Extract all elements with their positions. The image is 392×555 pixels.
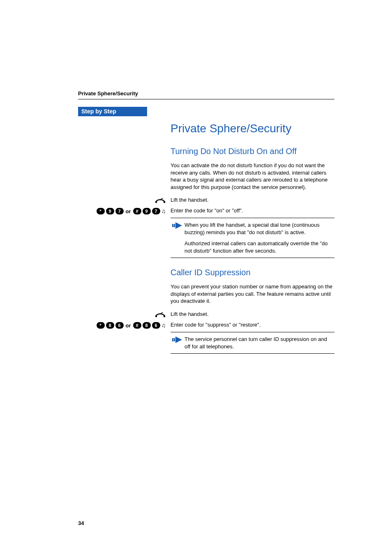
step-icon-cell: [78, 311, 171, 319]
step-row: * 8 6 or # 8 6 ♫ Enter code for "suppres…: [171, 321, 334, 329]
note-text-column: The service personnel can turn caller ID…: [184, 336, 333, 350]
page: Private Sphere/Security Step by Step Pri…: [0, 0, 392, 555]
key-digit: 7: [152, 208, 160, 214]
key-star: *: [97, 322, 105, 329]
page-title: Private Sphere/Security: [171, 122, 334, 135]
step-code-cell: * 8 6 or # 8 6 ♫: [78, 321, 171, 329]
step-text: Lift the handset.: [171, 311, 334, 318]
svg-rect-9: [172, 338, 173, 341]
key-digit: 7: [115, 208, 124, 214]
step-icon-cell: [78, 196, 171, 205]
running-header: Private Sphere/Security: [78, 90, 334, 97]
or-label: or: [125, 208, 132, 214]
note-text: When you lift the handset, a special dia…: [184, 221, 333, 236]
svg-rect-4: [174, 224, 175, 227]
note-arrow-icon: [172, 221, 184, 230]
svg-point-6: [155, 315, 157, 317]
key-digit: 6: [115, 322, 124, 329]
svg-point-1: [164, 201, 165, 203]
note-text: The service personnel can turn caller ID…: [184, 336, 333, 350]
note-arrow-icon: [172, 336, 184, 345]
key-digit: 9: [106, 208, 114, 214]
key-digit: 6: [152, 322, 160, 329]
key-digit: 8: [143, 322, 151, 329]
step-by-step-badge: Step by Step: [78, 107, 147, 116]
svg-point-0: [155, 201, 157, 203]
page-number: 34: [78, 520, 84, 526]
key-hash: #: [133, 322, 141, 329]
note-text-column: When you lift the handset, a special dia…: [184, 221, 333, 254]
handset-icon: [155, 312, 166, 318]
step-code-cell: * 9 7 or # 9 7 ♫: [78, 207, 171, 215]
svg-marker-2: [162, 198, 163, 199]
step-row: Lift the handset.: [171, 311, 334, 319]
section-intro-callerid: You can prevent your station number or n…: [171, 283, 334, 305]
step-text: Lift the handset.: [171, 196, 334, 204]
svg-marker-8: [162, 312, 163, 313]
note-box: The service personnel can turn caller ID…: [171, 332, 334, 354]
section-heading-dnd: Turning Do Not Disturb On and Off: [171, 147, 334, 156]
key-hash: #: [133, 208, 141, 214]
svg-marker-5: [175, 222, 182, 229]
key-star: *: [97, 208, 105, 214]
step-text: Enter code for "suppress" or "restore".: [171, 321, 334, 329]
svg-rect-10: [174, 338, 175, 341]
content-area: Private Sphere/Security Turning Do Not D…: [171, 122, 334, 354]
key-digit: 8: [106, 322, 114, 329]
section-heading-callerid: Caller ID Suppression: [171, 268, 334, 277]
step-row: * 9 7 or # 9 7 ♫ Enter the code for "on"…: [171, 207, 334, 215]
svg-point-7: [164, 315, 165, 317]
section-intro-dnd: You can activate the do not disturb func…: [171, 162, 334, 191]
svg-rect-3: [172, 224, 173, 227]
tone-icon: ♫: [161, 208, 166, 214]
or-label: or: [125, 322, 132, 329]
handset-icon: [155, 198, 166, 203]
note-box: When you lift the handset, a special dia…: [171, 218, 334, 258]
step-text: Enter the code for "on" or "off".: [171, 207, 334, 214]
note-text: Authorized internal callers can automati…: [184, 240, 333, 254]
key-digit: 9: [143, 208, 151, 214]
tone-icon: ♫: [161, 322, 166, 328]
header-rule: [78, 99, 334, 99]
step-row: Lift the handset.: [171, 196, 334, 205]
svg-marker-11: [175, 336, 182, 343]
